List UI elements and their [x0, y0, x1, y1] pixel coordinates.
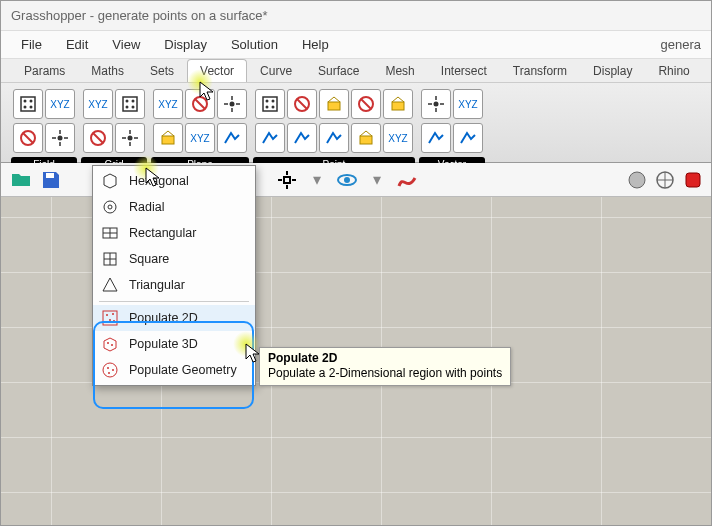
menu-solution[interactable]: Solution	[221, 33, 288, 56]
ribbon-button[interactable]	[255, 123, 285, 153]
ribbon-button[interactable]	[45, 123, 75, 153]
menu-item-populate-2d[interactable]: Populate 2D	[93, 305, 255, 331]
svg-rect-0	[21, 97, 35, 111]
svg-text:XYZ: XYZ	[158, 99, 177, 110]
tab-intersect[interactable]: Intersect	[428, 59, 500, 82]
target-icon[interactable]	[275, 168, 299, 192]
shade-wire-icon[interactable]	[653, 168, 677, 192]
menu-item-populate-3d[interactable]: Populate 3D	[93, 331, 255, 357]
tab-transform[interactable]: Transform	[500, 59, 580, 82]
svg-point-48	[112, 313, 114, 315]
menu-item-hexagonal[interactable]: Hexagonal	[93, 168, 255, 194]
ribbon-button[interactable]: XYZ	[153, 89, 183, 119]
menu-help[interactable]: Help	[292, 33, 339, 56]
shade-red-icon[interactable]	[681, 168, 705, 192]
open-icon[interactable]	[9, 168, 33, 192]
menu-display[interactable]: Display	[154, 33, 217, 56]
ribbon-button[interactable]: XYZ	[45, 89, 75, 119]
svg-point-13	[132, 106, 135, 109]
ribbon-button[interactable]	[13, 89, 43, 119]
app-window: Grasshopper - generate points on a surfa…	[0, 0, 712, 526]
menu-item-triangular[interactable]: Triangular	[93, 272, 255, 298]
ribbon-button[interactable]	[217, 89, 247, 119]
tab-sets[interactable]: Sets	[137, 59, 187, 82]
ribbon-button[interactable]	[153, 123, 183, 153]
dropdown-chevron-icon-2[interactable]: ▾	[365, 168, 389, 192]
svg-rect-9	[123, 97, 137, 111]
svg-point-51	[113, 320, 115, 322]
ribbon-button[interactable]: XYZ	[383, 123, 413, 153]
ribbon-button[interactable]	[287, 123, 317, 153]
ribbon-button[interactable]	[383, 89, 413, 119]
menu-file[interactable]: File	[11, 33, 52, 56]
svg-point-55	[107, 367, 109, 369]
ribbon-button[interactable]	[351, 123, 381, 153]
menu-view[interactable]: View	[102, 33, 150, 56]
svg-point-2	[30, 100, 33, 103]
ribbon-tab-bar: Params Maths Sets Vector Curve Surface M…	[1, 59, 711, 83]
tab-surface[interactable]: Surface	[305, 59, 372, 82]
svg-point-11	[132, 100, 135, 103]
menu-item-label: Rectangular	[129, 226, 196, 240]
tab-vector[interactable]: Vector	[187, 59, 247, 82]
svg-point-57	[108, 372, 110, 374]
ribbon-button[interactable]	[287, 89, 317, 119]
svg-point-54	[103, 363, 117, 377]
ribbon-button[interactable]	[13, 123, 43, 153]
menu-item-populate-geometry[interactable]: Populate Geometry	[93, 357, 255, 383]
ribbon-button[interactable]: XYZ	[83, 89, 113, 119]
ribbon-button[interactable]	[453, 123, 483, 153]
svg-rect-34	[46, 173, 54, 178]
svg-rect-21	[263, 97, 277, 111]
svg-point-15	[128, 136, 133, 141]
svg-point-37	[344, 177, 350, 183]
svg-text:XYZ: XYZ	[88, 99, 107, 110]
ribbon-button[interactable]	[115, 123, 145, 153]
svg-point-50	[105, 321, 107, 323]
ribbon-button[interactable]	[319, 123, 349, 153]
ribbon-button[interactable]	[255, 89, 285, 119]
svg-point-56	[112, 369, 114, 371]
menu-bar: File Edit View Display Solution Help gen…	[1, 31, 711, 59]
menu-edit[interactable]: Edit	[56, 33, 98, 56]
tab-curve[interactable]: Curve	[247, 59, 305, 82]
ribbon-button[interactable]	[421, 123, 451, 153]
pop3d-icon	[101, 335, 119, 353]
pop2d-icon	[101, 309, 119, 327]
square-icon	[101, 250, 119, 268]
tab-maths[interactable]: Maths	[78, 59, 137, 82]
svg-point-7	[58, 136, 63, 141]
sketch-icon[interactable]	[395, 168, 419, 192]
svg-point-10	[126, 100, 129, 103]
menu-item-square[interactable]: Square	[93, 246, 255, 272]
menu-item-label: Populate 3D	[129, 337, 198, 351]
save-icon[interactable]	[39, 168, 63, 192]
ribbon-button[interactable]	[319, 89, 349, 119]
ribbon-button[interactable]	[217, 123, 247, 153]
ribbon-button[interactable]: XYZ	[453, 89, 483, 119]
tab-display[interactable]: Display	[580, 59, 645, 82]
document-name[interactable]: genera	[651, 33, 711, 56]
svg-point-24	[266, 106, 269, 109]
menu-item-label: Square	[129, 252, 169, 266]
tab-rhino[interactable]: Rhino	[645, 59, 702, 82]
svg-text:XYZ: XYZ	[388, 133, 407, 144]
ribbon-button[interactable]	[421, 89, 451, 119]
ribbon-button[interactable]	[351, 89, 381, 119]
tab-params[interactable]: Params	[11, 59, 78, 82]
tab-mesh[interactable]: Mesh	[372, 59, 427, 82]
tab-kangaroo2[interactable]: Kangaroo2	[703, 59, 712, 82]
ribbon-button[interactable]: XYZ	[185, 123, 215, 153]
menu-item-radial[interactable]: Radial	[93, 194, 255, 220]
ribbon-button[interactable]	[83, 123, 113, 153]
menu-item-rectangular[interactable]: Rectangular	[93, 220, 255, 246]
dropdown-chevron-icon[interactable]: ▾	[305, 168, 329, 192]
menu-item-label: Triangular	[129, 278, 185, 292]
shade-grey-icon[interactable]	[625, 168, 649, 192]
hex-icon	[101, 172, 119, 190]
ribbon-button[interactable]	[115, 89, 145, 119]
ribbon-button[interactable]	[185, 89, 215, 119]
eye-icon[interactable]	[335, 168, 359, 192]
ribbon-group-field: XYZField	[11, 87, 77, 173]
svg-rect-29	[392, 102, 404, 110]
